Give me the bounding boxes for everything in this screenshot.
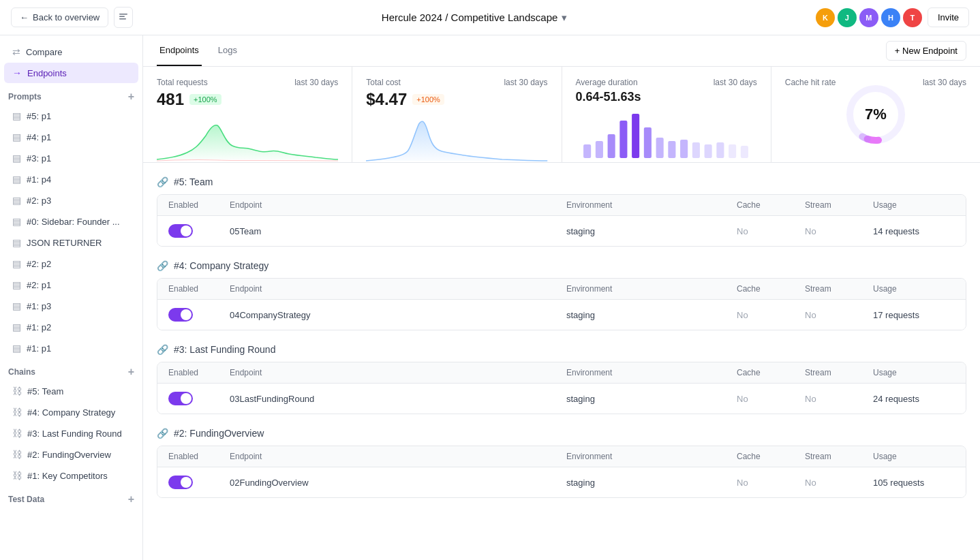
endpoint-name-company: 04CompanyStrategy xyxy=(230,310,566,320)
sidebar-prompt-1p2[interactable]: ▤ #1: p2 xyxy=(4,317,138,337)
sidebar-prompt-2p1[interactable]: ▤ #2: p1 xyxy=(4,275,138,295)
prompt-label: #1: p2 xyxy=(27,322,51,332)
tabs-bar: Endpoints Logs + New Endpoint xyxy=(143,35,980,67)
sidebar-item-endpoints[interactable]: → Endpoints xyxy=(4,63,138,83)
sidebar-chain-company[interactable]: ⛓ #4: Company Strategy xyxy=(4,402,138,422)
svg-rect-2 xyxy=(119,18,126,20)
table-header-funding-round: Enabled Endpoint Environment Cache Strea… xyxy=(157,362,966,384)
usage-team: 14 requests xyxy=(873,226,955,236)
col-environment: Environment xyxy=(566,452,737,461)
col-usage: Usage xyxy=(873,284,955,294)
stat-period-duration: last 30 days xyxy=(714,78,757,87)
toggle-funding-round[interactable] xyxy=(168,392,230,405)
sidebar-prompt-0sidebar[interactable]: ▤ #0: Sidebar: Founder ... xyxy=(4,211,138,232)
stat-value-requests: 481 xyxy=(157,90,184,109)
header-right: K J M H T Invite xyxy=(816,7,969,27)
stat-label-duration: Average duration xyxy=(576,78,638,87)
toggle-team[interactable] xyxy=(168,224,230,238)
sidebar-prompt-2p2[interactable]: ▤ #2: p2 xyxy=(4,253,138,274)
stream-funding-overview: No xyxy=(805,478,873,488)
prompt-label: #1: p4 xyxy=(27,174,51,185)
invite-button[interactable]: Invite xyxy=(928,7,969,27)
col-endpoint: Endpoint xyxy=(230,284,566,294)
sidebar-chain-team[interactable]: ⛓ #5: Team xyxy=(4,381,138,401)
toggle-company[interactable] xyxy=(168,308,230,322)
prompt-label: #0: Sidebar: Founder ... xyxy=(27,217,120,227)
usage-funding-round: 24 requests xyxy=(873,394,955,404)
main-content: Endpoints Logs + New Endpoint Total requ… xyxy=(143,35,980,560)
endpoint-table-team: Enabled Endpoint Environment Cache Strea… xyxy=(157,194,966,247)
table-row: 05Team staging No No 14 requests xyxy=(157,216,966,246)
sidebar-prompt-5p1[interactable]: ▤ #5: p1 xyxy=(4,106,138,126)
tab-endpoints[interactable]: Endpoints xyxy=(157,35,202,66)
main-layout: ⇄ Compare → Endpoints Prompts + ▤ #5: p1… xyxy=(0,35,980,560)
sidebar-prompt-3p1[interactable]: ▤ #3: p1 xyxy=(4,148,138,168)
environment-company: staging xyxy=(566,310,737,320)
toggle-funding-overview[interactable] xyxy=(168,476,230,489)
sidebar-chain-funding[interactable]: ⛓ #3: Last Funding Round xyxy=(4,423,138,444)
sidebar-endpoints-label: Endpoints xyxy=(27,68,67,78)
menu-icon-button[interactable] xyxy=(114,7,133,28)
col-usage: Usage xyxy=(873,200,955,210)
tabs-list: Endpoints Logs xyxy=(157,35,254,66)
col-enabled: Enabled xyxy=(168,368,230,377)
add-prompt-button[interactable]: + xyxy=(128,91,134,102)
col-endpoint: Endpoint xyxy=(230,200,566,210)
add-testdata-button[interactable]: + xyxy=(128,494,134,505)
testdata-section-label: Test Data xyxy=(8,495,44,504)
stream-funding-round: No xyxy=(805,394,873,404)
sidebar-prompt-2p3[interactable]: ▤ #2: p3 xyxy=(4,190,138,211)
svg-rect-13 xyxy=(704,144,711,158)
endpoint-section-funding-overview: 🔗 #2: FundingOverview Enabled Endpoint E… xyxy=(157,428,966,498)
back-button[interactable]: ← Back to overview xyxy=(11,7,108,27)
tab-logs[interactable]: Logs xyxy=(215,35,240,66)
sidebar-item-compare[interactable]: ⇄ Compare xyxy=(4,42,138,62)
back-label: Back to overview xyxy=(33,12,99,22)
prompt-icon: ▤ xyxy=(12,279,21,290)
sidebar-chain-funding-overview[interactable]: ⛓ #2: FundingOverview xyxy=(4,444,138,465)
prompt-label: #1: p3 xyxy=(27,301,51,311)
chain-label: #2: FundingOverview xyxy=(27,450,111,460)
stream-team: No xyxy=(805,226,873,236)
avatar-h: H xyxy=(881,8,900,27)
cache-hit-rate-value: 7% xyxy=(865,106,887,123)
svg-rect-7 xyxy=(632,114,639,158)
prompt-label: #3: p1 xyxy=(27,153,51,164)
svg-rect-0 xyxy=(119,14,127,15)
usage-company: 17 requests xyxy=(873,310,955,320)
endpoints-content: 🔗 #5: Team Enabled Endpoint Environment … xyxy=(143,163,980,560)
table-row: 03LastFundingRound staging No No 24 requ… xyxy=(157,384,966,414)
sidebar-chain-competitors[interactable]: ⛓ #1: Key Competitors xyxy=(4,465,138,486)
col-stream: Stream xyxy=(805,452,873,461)
sidebar-prompt-1p1[interactable]: ▤ #1: p1 xyxy=(4,338,138,358)
sidebar-compare-label: Compare xyxy=(26,47,62,57)
section-title-funding-round: #3: Last Funding Round xyxy=(174,344,275,355)
sidebar-prompt-1p4[interactable]: ▤ #1: p4 xyxy=(4,169,138,189)
col-endpoint: Endpoint xyxy=(230,452,566,461)
chains-section-label: Chains xyxy=(8,367,35,377)
new-endpoint-button[interactable]: + New Endpoint xyxy=(886,41,966,61)
prompt-label: #2: p3 xyxy=(27,196,51,206)
chain-label: #5: Team xyxy=(27,386,63,396)
sidebar-prompt-4p1[interactable]: ▤ #4: p1 xyxy=(4,127,138,147)
prompt-icon: ▤ xyxy=(12,258,21,269)
prompt-icon: ▤ xyxy=(12,343,21,354)
requests-chart xyxy=(157,112,338,162)
svg-rect-6 xyxy=(619,121,627,158)
add-chain-button[interactable]: + xyxy=(128,367,134,377)
section-title-company: #4: Company Strategy xyxy=(174,260,269,271)
stat-value-cost: $4.47 xyxy=(366,90,407,109)
avatar-t: T xyxy=(903,8,922,27)
chain-label: #4: Company Strategy xyxy=(27,407,115,418)
sidebar-prompt-1p3[interactable]: ▤ #1: p3 xyxy=(4,296,138,316)
stat-cache-hit-rate: Cache hit rate last 30 days 7% xyxy=(771,67,980,162)
sidebar-prompt-json[interactable]: ▤ JSON RETURNER xyxy=(4,232,138,253)
endpoint-name-funding-round: 03LastFundingRound xyxy=(230,394,566,404)
endpoint-section-team: 🔗 #5: Team Enabled Endpoint Environment … xyxy=(157,176,966,247)
compare-icon: ⇄ xyxy=(12,46,20,57)
section-title-team: #5: Team xyxy=(174,176,213,187)
sidebar-chains-section: Chains + xyxy=(0,361,142,380)
endpoint-section-funding-round: 🔗 #3: Last Funding Round Enabled Endpoin… xyxy=(157,344,966,414)
svg-rect-11 xyxy=(680,140,688,158)
prompts-section-label: Prompts xyxy=(8,92,42,102)
